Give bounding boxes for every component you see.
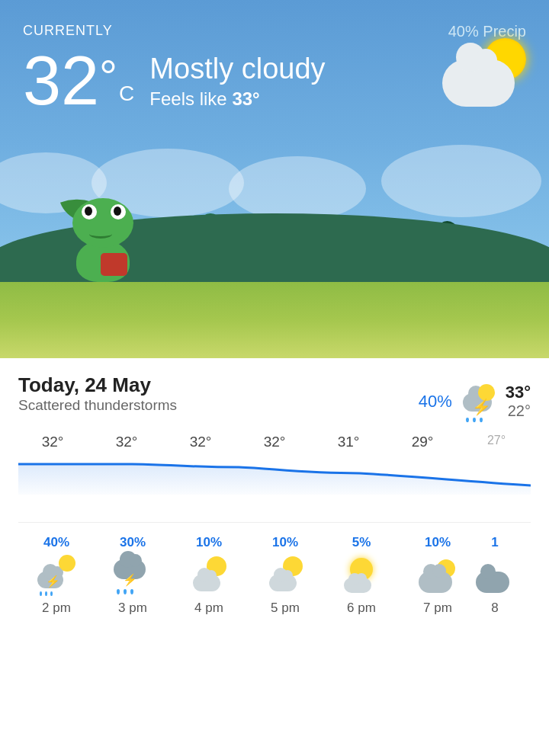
hour-time-5: 7 pm bbox=[423, 601, 452, 616]
divider bbox=[18, 522, 531, 523]
hour-time-3: 5 pm bbox=[271, 601, 300, 616]
hour-time-6: 8 bbox=[491, 601, 498, 616]
hour-precip-6: 1 bbox=[491, 535, 498, 550]
hourly-forecast: 40% ⚡ 2 pm 30% ⚡ bbox=[18, 535, 531, 616]
hour-item-1: 30% ⚡ 3 pm bbox=[95, 535, 171, 616]
degree-symbol: ° bbox=[99, 54, 117, 100]
raindrop bbox=[480, 418, 483, 422]
temp-unit-c: C bbox=[119, 82, 134, 106]
hour-item-5: 10% 7 pm bbox=[400, 535, 476, 616]
today-condition: Scattered thunderstorms bbox=[18, 397, 177, 414]
today-weather-icon: ⚡ bbox=[460, 383, 498, 421]
today-left: Today, 24 May Scattered thunderstorms bbox=[18, 373, 177, 429]
temp-display: 32 ° C bbox=[23, 46, 134, 115]
hour-precip-0: 40% bbox=[43, 535, 69, 550]
today-drops bbox=[466, 418, 483, 422]
raindrop bbox=[473, 418, 476, 422]
temp-label-5: 29° bbox=[388, 434, 457, 450]
raindrop bbox=[466, 418, 469, 422]
weather-app: CURRENTLY 40% Precip 32 ° C Mostly cloud… bbox=[0, 0, 549, 631]
cloud-sun-icon bbox=[442, 38, 526, 107]
today-low: 22° bbox=[508, 402, 531, 420]
temp-label-2: 32° bbox=[166, 434, 235, 450]
hour-time-1: 3 pm bbox=[118, 601, 147, 616]
landscape-illustration bbox=[0, 145, 549, 358]
today-right: 40% ⚡ 33° 22° bbox=[419, 383, 531, 421]
frog-smile bbox=[89, 229, 112, 239]
temp-labels: 32° 32° 32° 32° 31° 29° 27° bbox=[18, 434, 531, 456]
hour-icon-3 bbox=[265, 555, 306, 596]
weather-header: CURRENTLY 40% Precip 32 ° C Mostly cloud… bbox=[0, 0, 549, 358]
hour-item-2: 10% 4 pm bbox=[171, 535, 247, 616]
hour-precip-3: 10% bbox=[272, 535, 298, 550]
hour-time-4: 6 pm bbox=[347, 601, 376, 616]
today-date: Today, 24 May bbox=[18, 373, 177, 397]
today-high: 33° bbox=[506, 383, 531, 402]
hour-icon-4 bbox=[341, 555, 382, 596]
temp-label-1: 32° bbox=[92, 434, 161, 450]
today-bolt: ⚡ bbox=[472, 398, 491, 416]
today-temps: 33° 22° bbox=[506, 383, 531, 420]
hour-time-2: 4 pm bbox=[194, 601, 223, 616]
frog-backpack bbox=[101, 253, 127, 276]
cloud-icon bbox=[442, 59, 515, 107]
temperature-value: 32 bbox=[23, 46, 99, 115]
hour-precip-1: 30% bbox=[120, 535, 146, 550]
hour-icon-2 bbox=[188, 555, 230, 596]
hour-icon-6 bbox=[476, 555, 514, 596]
hour-precip-5: 10% bbox=[425, 535, 451, 550]
temp-graph: 32° 32° 32° 32° 31° 29° 27° bbox=[0, 434, 549, 510]
hour-icon-0: ⚡ bbox=[36, 555, 77, 596]
condition-text: Mostly cloudy Feels like 33° bbox=[149, 53, 325, 110]
hour-precip-2: 10% bbox=[196, 535, 222, 550]
frog-eye-left bbox=[82, 204, 97, 219]
temp-label-6: 27° bbox=[462, 434, 531, 450]
hour-icon-5 bbox=[417, 555, 458, 596]
hour-icon-1: ⚡ bbox=[112, 555, 153, 596]
hour-item-0: 40% ⚡ 2 pm bbox=[18, 535, 95, 616]
frog-head bbox=[72, 198, 133, 248]
temp-label-3: 32° bbox=[240, 434, 309, 450]
hour-time-0: 2 pm bbox=[42, 601, 71, 616]
frog-character bbox=[61, 198, 152, 290]
hour-precip-4: 5% bbox=[352, 535, 371, 550]
hour-item-6: 1 8 bbox=[476, 535, 514, 616]
currently-label: CURRENTLY bbox=[23, 23, 113, 39]
feels-like: Feels like 33° bbox=[149, 88, 325, 110]
hour-item-4: 5% 6 pm bbox=[323, 535, 400, 616]
frog-eye-right bbox=[111, 204, 126, 219]
field bbox=[0, 282, 549, 358]
today-header: Today, 24 May Scattered thunderstorms 40… bbox=[18, 373, 531, 429]
graph-svg bbox=[18, 456, 531, 495]
hour-item-3: 10% 5 pm bbox=[247, 535, 323, 616]
temp-label-0: 32° bbox=[18, 434, 87, 450]
condition-main: Mostly cloudy bbox=[149, 53, 325, 85]
today-precip: 40% bbox=[419, 392, 452, 412]
weather-details: Today, 24 May Scattered thunderstorms 40… bbox=[0, 358, 549, 631]
current-weather-icon bbox=[442, 38, 526, 107]
temp-label-4: 31° bbox=[314, 434, 383, 450]
